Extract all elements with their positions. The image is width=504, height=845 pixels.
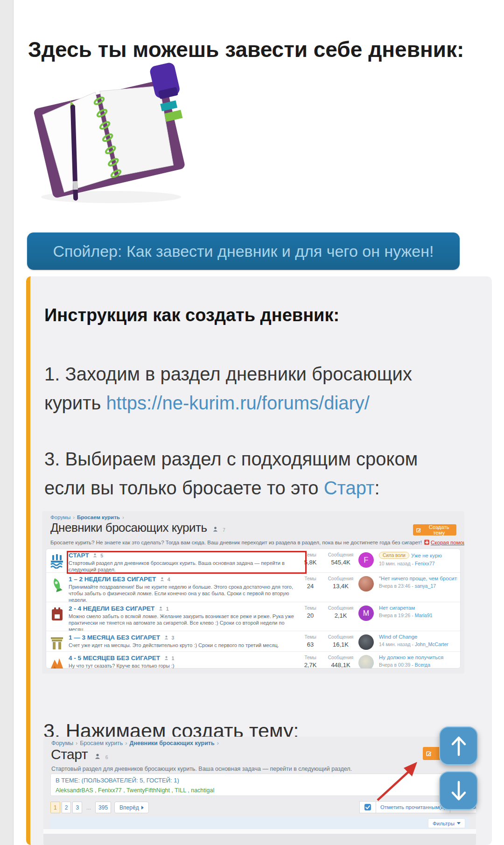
breadcrumb-quit-smoking-link[interactable]: Бросаем курить (77, 514, 120, 520)
page-button-1[interactable]: 1 (50, 802, 60, 813)
forum-row-week1-2[interactable]: 1 – 2 НЕДЕЛИ БЕЗ СИГАРЕТ 4 Принимайте по… (46, 572, 460, 602)
last-post-link[interactable]: Ну должно же получиться (379, 655, 443, 660)
create-topic-button[interactable]: Создать тему (413, 524, 456, 535)
calendar-icon (49, 606, 65, 622)
last-post-user-link[interactable]: John_McCarter (415, 641, 448, 647)
last-post-user-link[interactable]: sanya_17 (415, 583, 436, 589)
thread-list-strip (43, 834, 476, 845)
scroll-to-top-button[interactable] (439, 726, 478, 765)
spoiler-toggle-button[interactable]: Спойлер: Как завести дневник и для чего … (27, 232, 460, 270)
in-thread-users[interactable]: AleksandrBAS , Fenixx77 , TwentyFifthNig… (56, 787, 464, 794)
spoiler-label: Спойлер: Как завести дневник и для чего … (53, 242, 434, 261)
arch-icon (49, 635, 65, 651)
checkbox-checked-icon (364, 803, 371, 811)
last-post-link[interactable]: Уже не курю (411, 553, 442, 558)
forum-row-month4-5[interactable]: 4 - 5 МЕСЯЦЕВ БЕЗ СИГАРЕТ 1 Ну что тут с… (46, 651, 460, 669)
start-section-link[interactable]: Старт (324, 478, 375, 498)
breadcrumb-forums-link[interactable]: Форумы (50, 514, 70, 520)
breadcrumb: Форумы›Бросаем курить› (50, 514, 126, 520)
section-link[interactable]: 1 — 3 МЕСЯЦА БЕЗ СИГАРЕТ (69, 634, 160, 641)
quick-help-link[interactable]: Скорая помощь бросающих курить. (431, 540, 464, 545)
person-icon (159, 606, 163, 611)
person-icon (160, 577, 164, 581)
last-post-user-link[interactable]: Maria91 (415, 613, 433, 618)
forum-row-month1-3[interactable]: 1 — 3 МЕСЯЦА БЕЗ СИГАРЕТ 3 Счет уже идет… (46, 631, 460, 651)
person-icon (164, 635, 168, 640)
instruction-step-1: 1. Заходим в раздел дневники бросающих к… (44, 359, 455, 417)
select-all-checkbox[interactable] (359, 801, 376, 813)
filters-button[interactable]: Фильтры (428, 818, 465, 828)
person-icon (93, 553, 97, 557)
pagination: 1 2 3 ... 395 Вперёд (50, 801, 149, 814)
start-cake-icon (49, 553, 65, 569)
avatar[interactable]: F (358, 552, 374, 568)
breadcrumb: Форумы›Бросаем курить›Дневники бросающих… (51, 740, 221, 746)
notebook-illustration (27, 57, 188, 211)
rocket-icon (49, 577, 65, 592)
page: Здесь ты можешь завести себе дневник: (0, 0, 504, 845)
avatar[interactable] (358, 655, 374, 669)
forum-overview-screenshot: Форумы›Бросаем курить› Дневники бросающи… (42, 511, 464, 674)
page-button-2[interactable]: 2 (62, 802, 71, 813)
forum-title: Дневники бросающих курить 7 (50, 521, 225, 535)
diary-forum-link[interactable]: https://ne-kurim.ru/forums/diary/ (106, 393, 370, 413)
avatar[interactable] (358, 576, 374, 592)
forum-row-start[interactable]: СТАРТ 5 Стартовый раздел для дневников б… (46, 549, 460, 572)
in-thread-heading: В ТЕМЕ: (ПОЛЬЗОВАТЕЛЕЙ: 5, ГОСТЕЙ: 1) (56, 777, 464, 784)
next-page-button[interactable]: Вперёд (114, 802, 149, 813)
last-post-link[interactable]: "Нет ничего проще, чем бросить к... (379, 576, 457, 581)
breadcrumb-forums-link[interactable]: Форумы (51, 740, 73, 746)
page-button-3[interactable]: 3 (72, 802, 82, 813)
person-icon (213, 527, 218, 532)
left-gutter (0, 0, 14, 845)
breadcrumb-diaries-link[interactable]: Дневники бросающих курить (130, 740, 215, 746)
online-count: 7 (223, 527, 225, 533)
avatar[interactable]: M (358, 606, 374, 621)
person-icon (164, 656, 168, 660)
section-link[interactable]: СТАРТ (69, 552, 89, 559)
in-thread-box: В ТЕМЕ: (ПОЛЬЗОВАТЕЛЕЙ: 5, ГОСТЕЙ: 1) Al… (50, 774, 469, 796)
section-link[interactable]: 1 – 2 НЕДЕЛИ БЕЗ СИГАРЕТ (69, 576, 156, 583)
instructions-heading: Инструкция как создать дневник: (44, 305, 339, 325)
forum-row-week2-4[interactable]: 2 - 4 НЕДЕЛИ БЕЗ СИГАРЕТ 1 Можно смело з… (46, 602, 460, 631)
pencil-icon (426, 750, 432, 757)
instruction-step-choose-section: 3. Выбираем раздел с подходящим сроком е… (44, 444, 455, 502)
caret-down-icon (457, 822, 461, 824)
forum-title: Старт 6 (51, 746, 108, 762)
first-aid-icon (424, 540, 429, 545)
breadcrumb-quit-smoking-link[interactable]: Бросаем курить (80, 740, 123, 746)
scroll-to-bottom-button[interactable] (439, 771, 478, 810)
forum-intro: Стартовый раздел для дневников бросающих… (51, 766, 467, 772)
arrow-up-icon (450, 735, 468, 757)
online-count: 6 (105, 754, 108, 760)
mountains-icon (49, 655, 65, 669)
forum-sections-card: СТАРТ 5 Стартовый раздел для дневников б… (46, 549, 461, 669)
avatar[interactable] (358, 634, 374, 650)
last-post-link[interactable]: Wind of Change (379, 634, 417, 640)
status-badge: Сила воли (379, 552, 409, 559)
page-ellipsis: ... (84, 802, 94, 813)
pencil-icon (416, 527, 421, 533)
divider (43, 829, 476, 834)
forum-intro: Бросаете курить? Не знаете как это сдела… (50, 540, 461, 545)
forward-arrow-icon (141, 806, 144, 810)
page-button-395[interactable]: 395 (95, 802, 111, 813)
section-link[interactable]: 2 - 4 НЕДЕЛИ БЕЗ СИГАРЕТ (69, 605, 154, 612)
last-post-link[interactable]: Нет сигаретам (379, 605, 415, 611)
filters-bar: Фильтры (50, 817, 469, 829)
last-post-user-link[interactable]: Fenixx77 (415, 561, 435, 566)
person-icon (95, 753, 100, 759)
section-link[interactable]: 4 - 5 МЕСЯЦЕВ БЕЗ СИГАРЕТ (69, 655, 160, 662)
start-section-screenshot: Форумы›Бросаем курить›Дневники бросающих… (43, 737, 476, 845)
last-post-user-link[interactable]: Всегда (415, 662, 430, 668)
arrow-down-icon (450, 780, 468, 802)
